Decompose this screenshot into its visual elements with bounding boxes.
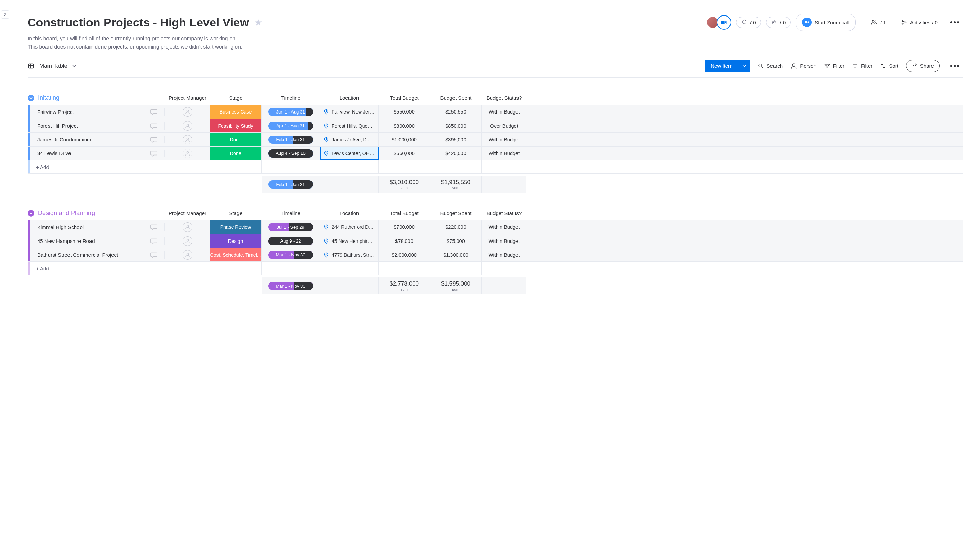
timeline-cell[interactable]: Jun 1 - Aug 31 [261,105,320,119]
col-timeline[interactable]: Timeline [261,95,320,101]
table-row[interactable]: Bathurst Street Commercial ProjectCost, … [27,248,963,261]
item-name[interactable]: James Jr Condominium [37,137,92,142]
timeline-pill[interactable]: Feb 1 - Jan 31 [269,135,313,144]
filter-button-2[interactable]: Filter [852,63,872,69]
activity-log-button[interactable]: Activities / 0 [896,17,942,28]
timeline-cell[interactable]: Jul 1 - Sep 29 [261,220,320,234]
total-budget-cell[interactable]: $550,000 [379,105,430,119]
budget-spent-cell[interactable]: $250,550 [430,105,482,119]
budget-spent-cell[interactable]: $1,300,000 [430,248,482,261]
timeline-pill[interactable]: Jun 1 - Aug 31 [269,108,313,116]
col-budget-spent[interactable]: Budget Spent [430,210,482,216]
col-timeline[interactable]: Timeline [261,210,320,216]
view-dropdown-chevron[interactable] [72,64,76,68]
start-zoom-button[interactable]: Start Zoom call [795,14,856,31]
share-button[interactable]: Share [906,60,940,72]
person-filter-button[interactable]: Person [791,63,816,70]
location-cell[interactable]: Forest Hills, Queens,... [320,119,379,132]
chat-icon[interactable] [150,108,165,116]
location-cell[interactable]: James Jr Ave, Danie... [320,133,379,146]
budget-status-cell[interactable]: Within Budget [482,105,527,119]
sort-button[interactable]: Sort [880,63,899,69]
table-row[interactable]: 34 Lewis DriveDoneAug 4 - Sep 10Lewis Ce… [27,146,963,160]
total-budget-cell[interactable]: $700,000 [379,220,430,234]
col-total-budget[interactable]: Total Budget [379,95,430,101]
total-budget-cell[interactable]: $660,000 [379,146,430,160]
location-cell[interactable]: 244 Rutherford Drive... [320,220,379,234]
table-row[interactable]: James Jr CondominiumDoneFeb 1 - Jan 31Ja… [27,132,963,146]
pm-cell[interactable] [165,133,210,146]
group-title[interactable]: Design and Planning [38,210,95,217]
col-budget-status[interactable]: Budget Status? [482,95,527,101]
pm-cell[interactable] [165,105,210,119]
budget-status-cell[interactable]: Within Budget [482,220,527,234]
stage-cell[interactable]: Cost, Schedule, Timel... [210,248,261,261]
col-project-manager[interactable]: Project Manager [165,210,210,216]
timeline-pill[interactable]: Mar 1 - Nov 30 [269,282,313,290]
automations-button[interactable]: / 0 [766,17,791,28]
board-members-button[interactable]: / 1 [866,17,891,28]
budget-status-cell[interactable]: Within Budget [482,234,527,248]
item-name[interactable]: 45 New Hampshire Road [37,238,95,244]
chat-icon[interactable] [150,122,165,130]
sidebar-expand-button[interactable] [1,10,9,19]
chat-icon[interactable] [150,136,165,143]
stage-cell[interactable]: Feasibility Study [210,119,261,132]
col-total-budget[interactable]: Total Budget [379,210,430,216]
chat-icon[interactable] [150,223,165,231]
location-cell[interactable]: 4779 Bathurst Street... [320,248,379,261]
timeline-pill[interactable]: Mar 1 - Nov 30 [269,251,313,259]
total-budget-cell[interactable]: $1,000,000 [379,133,430,146]
col-budget-status[interactable]: Budget Status? [482,210,527,216]
board-options-menu[interactable]: ••• [947,16,963,28]
location-cell[interactable]: Fairview, New Jerse... [320,105,379,119]
table-row[interactable]: 45 New Hampshire RoadDesignAug 9 - 2245 … [27,234,963,248]
timeline-pill[interactable]: Feb 1 - Jan 31 [269,180,313,189]
timeline-pill[interactable]: Jul 1 - Sep 29 [269,223,313,231]
search-button[interactable]: Search [758,63,783,69]
stage-cell[interactable]: Phase Review [210,220,261,234]
budget-spent-cell[interactable]: $220,000 [430,220,482,234]
stage-cell[interactable]: Done [210,146,261,160]
group-title[interactable]: Initating [38,94,59,102]
board-title[interactable]: Construction Projects - High Level View [27,16,249,29]
item-name[interactable]: Bathurst Street Commercial Project [37,252,118,258]
budget-status-cell[interactable]: Within Budget [482,133,527,146]
pm-cell[interactable] [165,234,210,248]
table-row[interactable]: Kimmel High SchoolPhase ReviewJul 1 - Se… [27,220,963,234]
col-location[interactable]: Location [320,95,379,101]
col-budget-spent[interactable]: Budget Spent [430,95,482,101]
total-budget-cell[interactable]: $800,000 [379,119,430,132]
item-name[interactable]: Fairview Project [37,109,74,115]
view-name[interactable]: Main Table [39,63,67,70]
pm-cell[interactable] [165,146,210,160]
chat-icon[interactable] [150,150,165,157]
add-item-button[interactable]: + Add [27,160,165,173]
timeline-cell[interactable]: Aug 9 - 22 [261,234,320,248]
timeline-cell[interactable]: Mar 1 - Nov 30 [261,248,320,261]
new-item-button[interactable]: New Item [705,60,738,72]
location-cell[interactable]: 45 New Hemphire R... [320,234,379,248]
budget-status-cell[interactable]: Within Budget [482,146,527,160]
filter-button-1[interactable]: Filter [824,63,845,69]
add-item-button[interactable]: + Add [27,262,165,275]
table-row[interactable]: Fairview ProjectBusiness CaseJun 1 - Aug… [27,105,963,119]
item-name[interactable]: 34 Lewis Drive [37,150,71,156]
chat-icon[interactable] [150,237,165,245]
col-project-manager[interactable]: Project Manager [165,95,210,101]
table-row[interactable]: Forest Hill ProjectFeasibility StudyApr … [27,119,963,132]
pm-cell[interactable] [165,248,210,261]
item-name[interactable]: Forest Hill Project [37,123,78,129]
timeline-pill[interactable]: Aug 4 - Sep 10 [269,149,313,157]
stage-cell[interactable]: Business Case [210,105,261,119]
stage-cell[interactable]: Design [210,234,261,248]
group-collapse-toggle[interactable] [27,95,34,102]
budget-status-cell[interactable]: Within Budget [482,248,527,261]
integrations-button[interactable]: / 0 [736,17,761,28]
budget-spent-cell[interactable]: $75,000 [430,234,482,248]
timeline-pill[interactable]: Aug 9 - 22 [269,237,313,245]
timeline-cell[interactable]: Apr 1 - Aug 31 [261,119,320,132]
stage-cell[interactable]: Done [210,133,261,146]
new-item-dropdown[interactable] [738,61,750,71]
budget-spent-cell[interactable]: $420,000 [430,146,482,160]
